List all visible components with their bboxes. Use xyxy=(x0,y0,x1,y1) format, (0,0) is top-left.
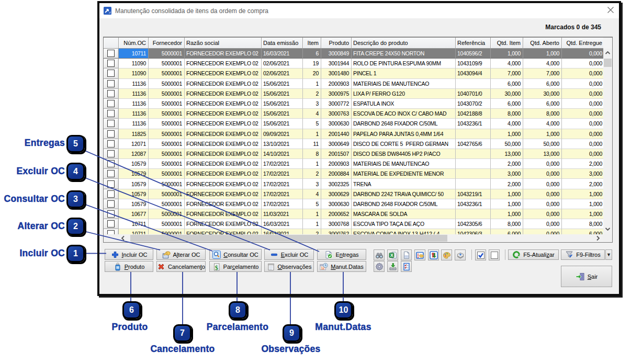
svg-text:X: X xyxy=(390,252,393,257)
svg-text:$: $ xyxy=(215,264,218,270)
